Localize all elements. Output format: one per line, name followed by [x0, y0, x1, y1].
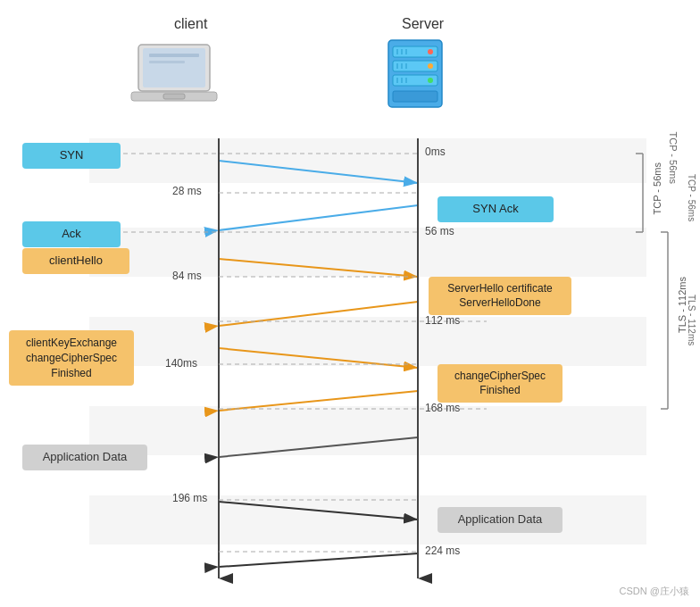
svg-rect-4	[149, 54, 199, 57]
svg-line-38	[219, 553, 418, 567]
changecipherspec-server-box: changeCipherSpec Finished	[438, 364, 562, 403]
svg-rect-22	[393, 91, 438, 102]
ack-box: Ack	[22, 221, 121, 247]
tcp-label: TCP - 56ms	[668, 132, 679, 184]
clientkeyexchange-box: clientKeyExchange changeCipherSpec Finis…	[9, 330, 134, 386]
time-0ms: 0ms	[425, 146, 446, 158]
band-0	[89, 138, 646, 183]
synack-box: SYN Ack	[438, 196, 554, 222]
client-device-icon	[129, 36, 219, 111]
tcp-label-v: TCP - 56ms	[687, 174, 696, 221]
server-label: Server	[402, 16, 444, 32]
tls-label-v: TLS - 112ms	[687, 295, 696, 345]
time-84ms: 84 ms	[172, 270, 202, 282]
diagram-container: client Server	[0, 0, 700, 607]
band-6	[89, 406, 646, 455]
svg-rect-5	[149, 61, 185, 63]
svg-line-31	[219, 205, 418, 230]
svg-point-20	[428, 63, 433, 69]
time-224ms: 224 ms	[425, 545, 460, 557]
svg-rect-3	[163, 94, 185, 99]
time-140ms: 140ms	[165, 357, 197, 370]
svg-point-19	[428, 49, 433, 54]
server-device-icon	[375, 36, 455, 115]
time-112ms: 112 ms	[425, 314, 460, 327]
tcp-bracket-label: TCP - 56ms	[652, 162, 662, 214]
time-28ms: 28 ms	[172, 185, 202, 197]
serverhello-box: ServerHello certificate ServerHelloDone	[429, 277, 571, 315]
svg-point-21	[428, 78, 433, 83]
clienthello-box: clientHello	[22, 248, 129, 274]
syn-box: SYN	[22, 143, 121, 169]
time-56ms: 56 ms	[425, 225, 454, 237]
app-data-server-box: Application Data	[438, 507, 562, 533]
watermark: CSDN @庄小猿	[620, 585, 689, 598]
app-data-client-box: Application Data	[22, 445, 147, 470]
time-168ms: 168 ms	[425, 402, 460, 414]
client-label: client	[174, 16, 207, 32]
time-196ms: 196 ms	[172, 492, 207, 504]
